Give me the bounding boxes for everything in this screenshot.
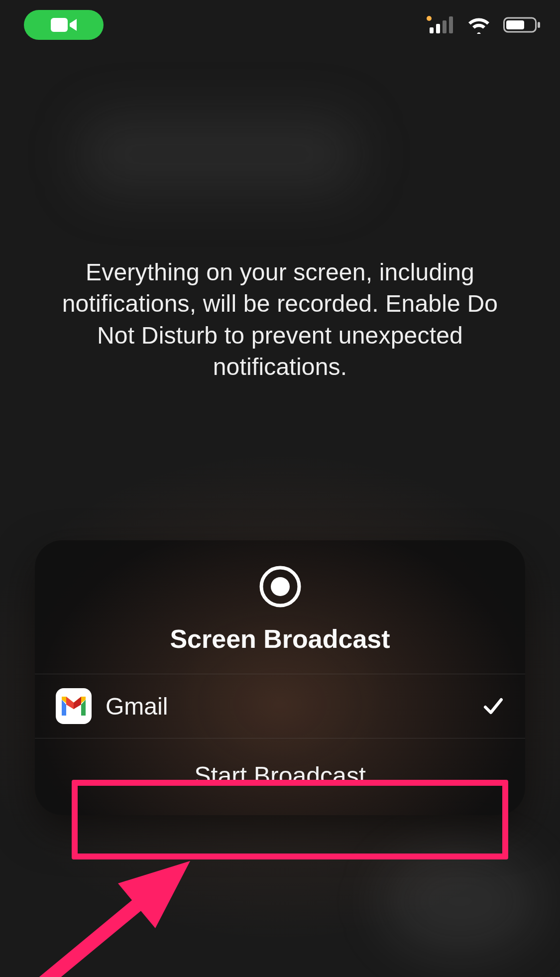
- svg-point-9: [271, 577, 290, 596]
- broadcast-target-row[interactable]: Gmail: [35, 674, 525, 738]
- start-broadcast-label: Start Broadcast: [194, 761, 366, 790]
- call-pill[interactable]: [24, 10, 104, 40]
- info-text: Everything on your screen, including not…: [44, 256, 516, 382]
- svg-marker-11: [118, 861, 190, 928]
- svg-line-10: [31, 873, 175, 977]
- privacy-dot-icon: [427, 16, 432, 21]
- svg-rect-4: [449, 16, 453, 33]
- record-icon: [259, 565, 302, 608]
- checkmark-icon: [481, 695, 504, 718]
- broadcast-card: Screen Broadcast Gmail Start Broadcast: [35, 540, 525, 815]
- battery-icon: [503, 16, 541, 34]
- background-glow-top: [80, 115, 358, 194]
- status-bar: [0, 5, 560, 45]
- background-glow-bottom: [381, 847, 540, 956]
- broadcast-header: Screen Broadcast: [35, 540, 525, 674]
- svg-rect-3: [443, 20, 447, 33]
- cellular-icon: [430, 16, 454, 33]
- start-broadcast-button[interactable]: Start Broadcast: [35, 738, 525, 815]
- video-icon: [50, 16, 78, 34]
- svg-rect-7: [506, 20, 524, 29]
- svg-rect-2: [436, 24, 440, 33]
- svg-rect-6: [538, 22, 540, 28]
- annotation-arrow-icon: [21, 854, 235, 977]
- broadcast-title: Screen Broadcast: [45, 624, 515, 654]
- svg-rect-0: [51, 18, 68, 32]
- svg-rect-1: [430, 27, 434, 33]
- gmail-app-icon: [56, 688, 92, 724]
- broadcast-target-label: Gmail: [106, 693, 467, 720]
- wifi-icon: [466, 16, 491, 34]
